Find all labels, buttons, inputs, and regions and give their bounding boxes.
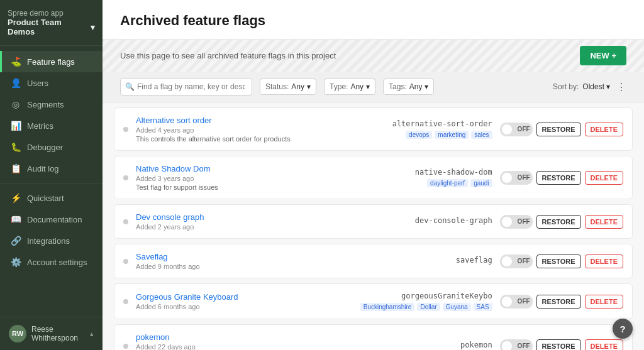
delete-button[interactable]: DELETE	[585, 123, 623, 136]
sidebar-item-label: Debugger	[27, 143, 63, 152]
search-wrap: 🔍	[120, 78, 252, 96]
toggle-label: OFF	[518, 342, 530, 349]
sort-wrap: Sort by: Oldest ▾ ⋮	[553, 81, 626, 93]
restore-button[interactable]: RESTORE	[536, 123, 581, 136]
flag-status-dot	[123, 219, 128, 224]
chevron-down-icon: ▾	[425, 82, 428, 91]
page-title: Archived feature flags	[120, 13, 626, 29]
flag-meta: Added 9 months ago	[136, 263, 403, 270]
restore-button[interactable]: RESTORE	[536, 215, 581, 229]
toggle-knob	[502, 297, 512, 307]
flag-toggle[interactable]: OFF	[500, 254, 533, 268]
main-content: Archived feature flags Use this page to …	[103, 0, 644, 350]
flag-tag: devops	[406, 131, 432, 139]
sidebar-item-label: Account settings	[27, 258, 87, 267]
sidebar-item-segments[interactable]: ◎ Segments	[0, 94, 103, 115]
help-button[interactable]: ?	[613, 319, 633, 339]
flag-controls: OFF RESTORE DELETE	[500, 123, 623, 136]
flag-tags: BuckinghamshireDollarGuyanaSAS	[360, 303, 492, 311]
flag-key: alternative-sort-order	[392, 119, 492, 128]
more-options-icon[interactable]: ⋮	[616, 81, 626, 93]
delete-button[interactable]: DELETE	[585, 339, 623, 351]
app-header[interactable]: Spree demo app Product Team Demos ▾	[0, 0, 103, 46]
restore-button[interactable]: RESTORE	[536, 295, 581, 309]
flag-tags: daylight-perfgaudi	[411, 179, 492, 187]
flag-toggle[interactable]: OFF	[500, 123, 533, 136]
flag-status-dot	[123, 175, 128, 180]
documentation-icon: 📖	[11, 214, 21, 224]
status-filter[interactable]: Status: Any ▾	[260, 79, 316, 95]
flag-key-area: alternative-sort-order devopsmarketingsa…	[392, 119, 492, 139]
toggle-label: OFF	[518, 218, 530, 225]
sidebar-nav: ⛳ Feature flags👤 Users◎ Segments📊 Metric…	[0, 46, 103, 317]
search-input[interactable]	[120, 78, 252, 96]
user-name: Reese Whitherspoon	[31, 325, 85, 342]
chevron-down-icon: ▾	[606, 82, 610, 91]
delete-button[interactable]: DELETE	[585, 215, 623, 229]
flag-info: Alternative sort order Added 4 years ago…	[136, 116, 385, 143]
flag-meta: Added 3 years ago	[136, 175, 403, 182]
flag-toggle[interactable]: OFF	[500, 215, 533, 229]
sidebar-item-account-settings[interactable]: ⚙️ Account settings	[0, 251, 103, 273]
metrics-icon: 📊	[11, 121, 21, 131]
flag-status-dot	[123, 299, 128, 304]
flag-info: Native Shadow Dom Added 3 years ago Test…	[136, 164, 403, 191]
flag-description: This controls the alternative sort order…	[136, 135, 385, 143]
sidebar-item-feature-flags[interactable]: ⛳ Feature flags	[0, 51, 103, 72]
flag-name[interactable]: pokemon	[136, 332, 169, 342]
sidebar-item-label: Integrations	[27, 236, 70, 246]
flag-tag: Guyana	[443, 303, 471, 311]
avatar: RW	[9, 325, 26, 342]
flag-tag: Buckinghamshire	[360, 303, 415, 311]
flag-name[interactable]: Alternative sort order	[136, 116, 212, 125]
flag-name[interactable]: Saveflag	[136, 252, 168, 261]
chevron-down-icon: ▾	[366, 82, 370, 91]
sidebar-footer[interactable]: RW Reese Whitherspoon ▴	[0, 317, 103, 350]
sort-select[interactable]: Oldest ▾	[582, 82, 610, 91]
flag-list: Alternative sort order Added 4 years ago…	[103, 102, 644, 350]
quickstart-icon: ⚡	[11, 193, 21, 203]
sidebar-item-users[interactable]: 👤 Users	[0, 72, 103, 94]
delete-button[interactable]: DELETE	[585, 295, 623, 309]
type-filter[interactable]: Type: Any ▾	[324, 79, 375, 95]
segments-icon: ◎	[11, 99, 21, 109]
sidebar-item-quickstart[interactable]: ⚡ Quickstart	[0, 187, 103, 209]
flag-status-dot	[123, 127, 128, 132]
debugger-icon: 🐛	[11, 142, 21, 152]
flag-toggle[interactable]: OFF	[500, 295, 533, 309]
new-button[interactable]: NEW +	[580, 46, 626, 65]
tags-filter[interactable]: Tags: Any ▾	[383, 79, 434, 95]
flag-name[interactable]: Gorgeous Granite Keyboard	[136, 292, 238, 302]
sidebar-item-label: Documentation	[27, 215, 82, 224]
flag-controls: OFF RESTORE DELETE	[500, 215, 623, 229]
sidebar-item-debugger[interactable]: 🐛 Debugger	[0, 136, 103, 158]
delete-button[interactable]: DELETE	[585, 254, 623, 268]
flag-tag: gaudi	[470, 179, 492, 187]
sidebar-item-audit-log[interactable]: 📋 Audit log	[0, 158, 103, 179]
flag-key: dev-console-graph	[411, 216, 492, 225]
sidebar-item-integrations[interactable]: 🔗 Integrations	[0, 230, 103, 251]
flag-status-dot	[123, 259, 128, 264]
account-settings-icon: ⚙️	[11, 257, 21, 267]
flag-name[interactable]: Native Shadow Dom	[136, 164, 211, 173]
feature-flags-icon: ⛳	[11, 57, 21, 67]
toggle-knob	[502, 341, 512, 351]
audit-log-icon: 📋	[11, 163, 21, 173]
restore-button[interactable]: RESTORE	[536, 171, 581, 185]
filter-bar: 🔍 Status: Any ▾ Type: Any ▾ Tags: Any ▾ …	[103, 72, 644, 102]
flag-name[interactable]: Dev console graph	[136, 212, 204, 222]
toggle-knob	[502, 124, 512, 134]
flag-toggle[interactable]: OFF	[500, 171, 533, 185]
flag-tag: daylight-perf	[427, 179, 468, 187]
toggle-label: OFF	[518, 258, 530, 265]
toggle-knob	[502, 256, 512, 266]
flag-toggle[interactable]: OFF	[500, 339, 533, 351]
restore-button[interactable]: RESTORE	[536, 339, 581, 351]
sidebar-item-documentation[interactable]: 📖 Documentation	[0, 209, 103, 230]
flag-meta: Added 6 months ago	[136, 303, 353, 310]
restore-button[interactable]: RESTORE	[536, 254, 581, 268]
delete-button[interactable]: DELETE	[585, 171, 623, 185]
table-row: Gorgeous Granite Keyboard Added 6 months…	[114, 283, 633, 319]
sidebar-item-label: Audit log	[27, 164, 59, 173]
sidebar-item-metrics[interactable]: 📊 Metrics	[0, 115, 103, 136]
